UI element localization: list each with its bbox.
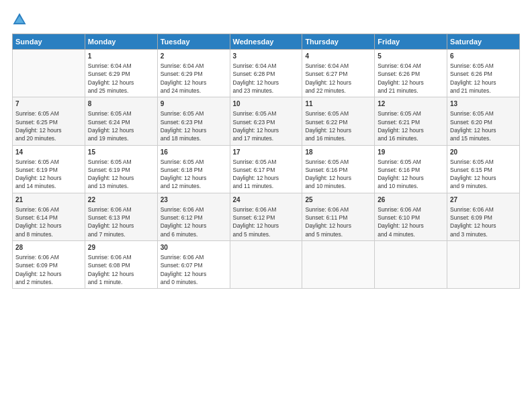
calendar-cell: 8Sunrise: 6:05 AM Sunset: 6:24 PM Daylig… — [85, 97, 157, 145]
day-info: Sunrise: 6:05 AM Sunset: 6:16 PM Dayligh… — [305, 158, 371, 191]
col-header-thursday: Thursday — [302, 34, 375, 50]
calendar-cell: 19Sunrise: 6:05 AM Sunset: 6:16 PM Dayli… — [375, 145, 447, 193]
day-info: Sunrise: 6:05 AM Sunset: 6:18 PM Dayligh… — [161, 158, 227, 191]
day-info: Sunrise: 6:06 AM Sunset: 6:12 PM Dayligh… — [233, 205, 300, 238]
day-number: 1 — [88, 52, 154, 61]
calendar-cell: 1Sunrise: 6:04 AM Sunset: 6:29 PM Daylig… — [85, 50, 157, 97]
day-info: Sunrise: 6:04 AM Sunset: 6:27 PM Dayligh… — [305, 62, 371, 95]
calendar-cell — [302, 241, 375, 289]
day-number: 26 — [378, 195, 444, 205]
day-number: 25 — [305, 195, 371, 205]
calendar-week-row: 21Sunrise: 6:06 AM Sunset: 6:14 PM Dayli… — [13, 193, 520, 240]
calendar-cell: 28Sunrise: 6:06 AM Sunset: 6:09 PM Dayli… — [13, 241, 85, 289]
day-number: 3 — [233, 52, 300, 61]
calendar-cell: 9Sunrise: 6:05 AM Sunset: 6:23 PM Daylig… — [157, 97, 230, 145]
day-info: Sunrise: 6:05 AM Sunset: 6:23 PM Dayligh… — [161, 109, 227, 142]
calendar-cell: 12Sunrise: 6:05 AM Sunset: 6:21 PM Dayli… — [375, 97, 447, 145]
day-number: 20 — [450, 148, 517, 157]
day-info: Sunrise: 6:05 AM Sunset: 6:19 PM Dayligh… — [88, 158, 154, 191]
logo-icon — [12, 12, 27, 27]
calendar-cell: 5Sunrise: 6:04 AM Sunset: 6:26 PM Daylig… — [375, 50, 447, 97]
calendar-cell: 11Sunrise: 6:05 AM Sunset: 6:22 PM Dayli… — [302, 97, 375, 145]
day-info: Sunrise: 6:04 AM Sunset: 6:29 PM Dayligh… — [88, 62, 154, 95]
calendar-table: SundayMondayTuesdayWednesdayThursdayFrid… — [12, 34, 520, 289]
calendar-cell: 24Sunrise: 6:06 AM Sunset: 6:12 PM Dayli… — [230, 193, 302, 240]
calendar-cell: 4Sunrise: 6:04 AM Sunset: 6:27 PM Daylig… — [302, 50, 375, 97]
day-number: 10 — [233, 99, 300, 109]
calendar-cell: 18Sunrise: 6:05 AM Sunset: 6:16 PM Dayli… — [302, 145, 375, 193]
calendar-cell: 14Sunrise: 6:05 AM Sunset: 6:19 PM Dayli… — [13, 145, 85, 193]
day-number: 12 — [378, 99, 444, 109]
day-info: Sunrise: 6:06 AM Sunset: 6:08 PM Dayligh… — [88, 253, 154, 286]
day-number: 29 — [88, 243, 154, 253]
day-number: 14 — [15, 148, 82, 157]
day-info: Sunrise: 6:05 AM Sunset: 6:24 PM Dayligh… — [88, 109, 154, 142]
col-header-tuesday: Tuesday — [157, 34, 230, 50]
day-number: 2 — [161, 52, 227, 61]
day-number: 28 — [15, 243, 82, 253]
col-header-friday: Friday — [375, 34, 447, 50]
day-info: Sunrise: 6:06 AM Sunset: 6:09 PM Dayligh… — [450, 205, 517, 238]
calendar-week-row: 1Sunrise: 6:04 AM Sunset: 6:29 PM Daylig… — [13, 50, 520, 97]
day-info: Sunrise: 6:06 AM Sunset: 6:14 PM Dayligh… — [15, 205, 82, 238]
calendar-header-row: SundayMondayTuesdayWednesdayThursdayFrid… — [13, 34, 520, 50]
day-number: 7 — [15, 99, 82, 109]
calendar-cell — [447, 241, 520, 289]
day-number: 27 — [450, 195, 517, 205]
day-info: Sunrise: 6:06 AM Sunset: 6:11 PM Dayligh… — [305, 205, 371, 238]
day-info: Sunrise: 6:05 AM Sunset: 6:21 PM Dayligh… — [378, 109, 444, 142]
calendar-cell: 6Sunrise: 6:05 AM Sunset: 6:26 PM Daylig… — [447, 50, 520, 97]
calendar-week-row: 7Sunrise: 6:05 AM Sunset: 6:25 PM Daylig… — [13, 97, 520, 145]
calendar-cell: 20Sunrise: 6:05 AM Sunset: 6:15 PM Dayli… — [447, 145, 520, 193]
logo — [12, 12, 28, 27]
day-info: Sunrise: 6:05 AM Sunset: 6:20 PM Dayligh… — [450, 109, 517, 142]
day-number: 23 — [161, 195, 227, 205]
calendar-cell: 7Sunrise: 6:05 AM Sunset: 6:25 PM Daylig… — [13, 97, 85, 145]
col-header-saturday: Saturday — [447, 34, 520, 50]
day-info: Sunrise: 6:05 AM Sunset: 6:15 PM Dayligh… — [450, 158, 517, 191]
day-number: 21 — [15, 195, 82, 205]
day-info: Sunrise: 6:04 AM Sunset: 6:26 PM Dayligh… — [378, 62, 444, 95]
day-number: 16 — [161, 148, 227, 157]
calendar-cell: 16Sunrise: 6:05 AM Sunset: 6:18 PM Dayli… — [157, 145, 230, 193]
calendar-cell — [230, 241, 302, 289]
calendar-cell: 23Sunrise: 6:06 AM Sunset: 6:12 PM Dayli… — [157, 193, 230, 240]
day-info: Sunrise: 6:05 AM Sunset: 6:16 PM Dayligh… — [378, 158, 444, 191]
calendar-cell — [13, 50, 85, 97]
day-info: Sunrise: 6:06 AM Sunset: 6:13 PM Dayligh… — [88, 205, 154, 238]
calendar-cell: 2Sunrise: 6:04 AM Sunset: 6:29 PM Daylig… — [157, 50, 230, 97]
calendar-cell: 30Sunrise: 6:06 AM Sunset: 6:07 PM Dayli… — [157, 241, 230, 289]
day-info: Sunrise: 6:05 AM Sunset: 6:17 PM Dayligh… — [233, 158, 300, 191]
day-info: Sunrise: 6:05 AM Sunset: 6:19 PM Dayligh… — [15, 158, 82, 191]
col-header-sunday: Sunday — [13, 34, 85, 50]
day-number: 19 — [378, 148, 444, 157]
day-number: 13 — [450, 99, 517, 109]
day-number: 8 — [88, 99, 154, 109]
day-info: Sunrise: 6:06 AM Sunset: 6:09 PM Dayligh… — [15, 253, 82, 286]
calendar-cell: 17Sunrise: 6:05 AM Sunset: 6:17 PM Dayli… — [230, 145, 302, 193]
calendar-cell — [375, 241, 447, 289]
day-info: Sunrise: 6:04 AM Sunset: 6:29 PM Dayligh… — [161, 62, 227, 95]
calendar-cell: 3Sunrise: 6:04 AM Sunset: 6:28 PM Daylig… — [230, 50, 302, 97]
day-info: Sunrise: 6:05 AM Sunset: 6:22 PM Dayligh… — [305, 109, 371, 142]
calendar-cell: 21Sunrise: 6:06 AM Sunset: 6:14 PM Dayli… — [13, 193, 85, 240]
day-info: Sunrise: 6:05 AM Sunset: 6:25 PM Dayligh… — [15, 109, 82, 142]
day-info: Sunrise: 6:06 AM Sunset: 6:10 PM Dayligh… — [378, 205, 444, 238]
col-header-wednesday: Wednesday — [230, 34, 302, 50]
day-info: Sunrise: 6:05 AM Sunset: 6:23 PM Dayligh… — [233, 109, 300, 142]
calendar-week-row: 28Sunrise: 6:06 AM Sunset: 6:09 PM Dayli… — [13, 241, 520, 289]
page-header — [12, 12, 520, 27]
day-info: Sunrise: 6:04 AM Sunset: 6:28 PM Dayligh… — [233, 62, 300, 95]
day-number: 18 — [305, 148, 371, 157]
day-number: 11 — [305, 99, 371, 109]
day-number: 17 — [233, 148, 300, 157]
day-number: 5 — [378, 52, 444, 61]
calendar-cell: 27Sunrise: 6:06 AM Sunset: 6:09 PM Dayli… — [447, 193, 520, 240]
day-info: Sunrise: 6:06 AM Sunset: 6:07 PM Dayligh… — [161, 253, 227, 286]
calendar-cell: 25Sunrise: 6:06 AM Sunset: 6:11 PM Dayli… — [302, 193, 375, 240]
day-number: 9 — [161, 99, 227, 109]
day-info: Sunrise: 6:06 AM Sunset: 6:12 PM Dayligh… — [161, 205, 227, 238]
day-number: 24 — [233, 195, 300, 205]
calendar-cell: 26Sunrise: 6:06 AM Sunset: 6:10 PM Dayli… — [375, 193, 447, 240]
col-header-monday: Monday — [85, 34, 157, 50]
